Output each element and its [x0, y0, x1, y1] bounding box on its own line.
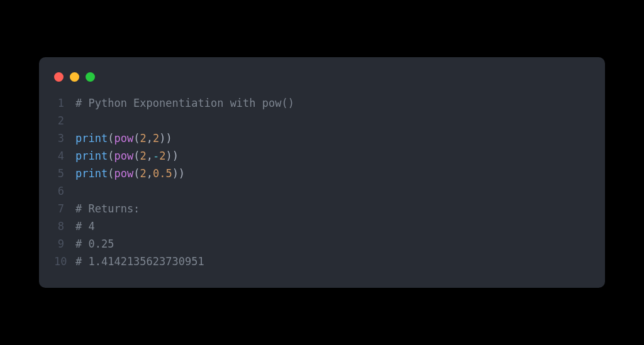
- code-token: print: [75, 132, 108, 145]
- code-token: pow: [114, 132, 133, 145]
- code-line: 3print(pow(2,2)): [39, 129, 605, 147]
- code-token: )): [172, 167, 185, 180]
- code-line: 8# 4: [39, 217, 605, 235]
- line-content: print(pow(2,-2)): [75, 147, 179, 165]
- code-line: 4print(pow(2,-2)): [39, 147, 605, 165]
- code-token: 2: [153, 132, 159, 145]
- line-content: # 4: [75, 217, 95, 235]
- code-token: print: [75, 150, 108, 162]
- code-line: 10# 1.4142135623730951: [39, 253, 605, 270]
- code-line: 9# 0.25: [39, 235, 605, 253]
- line-number: 6: [54, 182, 75, 200]
- code-token: (: [133, 132, 140, 145]
- line-number: 8: [54, 217, 75, 235]
- code-line: 5print(pow(2,0.5)): [39, 165, 605, 182]
- line-number: 9: [54, 235, 75, 253]
- code-token: )): [165, 150, 178, 162]
- maximize-icon[interactable]: [86, 72, 95, 82]
- code-token: 2: [140, 150, 146, 162]
- code-line: 1# Python Exponentiation with pow(): [39, 94, 605, 112]
- code-token: ,: [147, 167, 153, 180]
- code-token: pow: [114, 167, 133, 180]
- code-token: # Returns:: [75, 202, 140, 215]
- line-content: print(pow(2,2)): [75, 129, 172, 147]
- code-token: (: [133, 150, 140, 162]
- line-content: # Python Exponentiation with pow(): [75, 94, 294, 112]
- code-token: ,: [147, 132, 153, 145]
- line-number: 2: [54, 112, 75, 129]
- code-token: # 0.25: [75, 238, 114, 250]
- code-token: )): [159, 132, 172, 145]
- line-number: 5: [54, 165, 75, 182]
- close-icon[interactable]: [54, 72, 64, 82]
- code-line: 2: [39, 112, 605, 129]
- code-token: 2: [140, 132, 146, 145]
- line-content: # 0.25: [75, 235, 114, 253]
- line-content: # 1.4142135623730951: [75, 253, 204, 270]
- line-number: 7: [54, 200, 75, 217]
- code-token: # 4: [75, 220, 95, 233]
- line-content: # Returns:: [75, 200, 140, 217]
- code-token: # 1.4142135623730951: [75, 255, 204, 268]
- line-number: 4: [54, 147, 75, 165]
- line-number: 3: [54, 129, 75, 147]
- code-line: 7# Returns:: [39, 200, 605, 217]
- code-token: ,: [147, 150, 153, 162]
- code-token: (: [108, 167, 114, 180]
- code-token: (: [133, 167, 140, 180]
- code-token: print: [75, 167, 108, 180]
- code-window: 1# Python Exponentiation with pow()23pri…: [39, 57, 605, 288]
- code-token: 0.5: [153, 167, 172, 180]
- code-block: 1# Python Exponentiation with pow()23pri…: [39, 94, 605, 270]
- window-titlebar: [39, 72, 605, 94]
- code-token: # Python Exponentiation with pow(): [75, 97, 294, 109]
- code-token: 2: [140, 167, 146, 180]
- line-number: 1: [54, 94, 75, 112]
- code-token: pow: [114, 150, 133, 162]
- code-token: -: [153, 150, 159, 162]
- code-token: 2: [159, 150, 165, 162]
- code-token: (: [108, 132, 114, 145]
- line-number: 10: [54, 253, 75, 270]
- minimize-icon[interactable]: [70, 72, 79, 82]
- line-content: print(pow(2,0.5)): [75, 165, 185, 182]
- code-line: 6: [39, 182, 605, 200]
- code-token: (: [108, 150, 114, 162]
